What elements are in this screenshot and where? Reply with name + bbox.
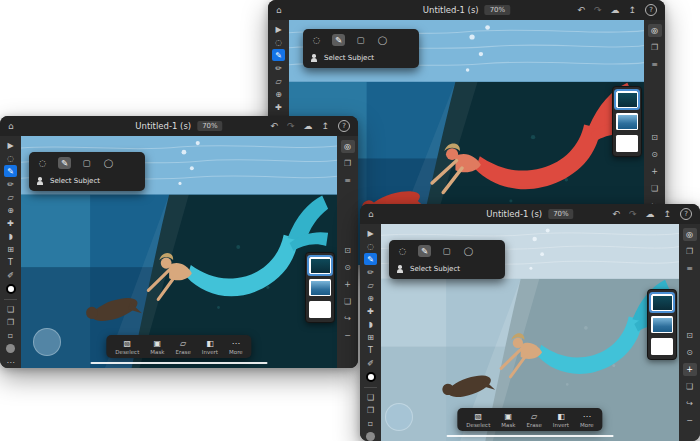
layer-thumbnail[interactable]	[651, 316, 673, 333]
ellipse-select-icon[interactable]: ◯	[376, 34, 389, 46]
lasso-tool-icon[interactable]: ◌	[364, 240, 377, 252]
touch-shortcut-button[interactable]	[385, 403, 413, 431]
foreground-color-chip[interactable]	[6, 284, 16, 294]
healing-tool-icon[interactable]: ✚	[4, 217, 17, 229]
undo-icon[interactable]: ↶	[612, 204, 620, 224]
healing-tool-icon[interactable]: ✚	[364, 305, 377, 317]
redo-icon[interactable]: ↷	[629, 204, 637, 224]
duplicate-layer-icon[interactable]: ❏	[341, 295, 355, 308]
type-tool-icon[interactable]: T	[364, 344, 377, 356]
layer-visibility-icon[interactable]: ⊙	[683, 346, 697, 359]
cloud-sync-icon[interactable]: ☁	[303, 116, 312, 136]
layer-properties-icon[interactable]: ⊡	[683, 329, 697, 342]
crop-tool-icon[interactable]: ⊞	[364, 331, 377, 343]
layers-view-icon[interactable]: ❏	[364, 391, 377, 403]
layer-thumbnail-selected[interactable]	[651, 294, 673, 311]
redo-icon[interactable]: ↷	[594, 0, 602, 20]
adjustments-icon[interactable]: ❐	[341, 157, 355, 170]
clone-tool-icon[interactable]: ⊕	[272, 88, 285, 100]
add-layer-icon[interactable]: +	[683, 363, 697, 376]
lasso-select-icon[interactable]: ◌	[36, 157, 49, 169]
home-icon[interactable]: ⌂	[276, 0, 282, 20]
home-indicator[interactable]	[447, 435, 614, 437]
share-icon[interactable]: ↥	[628, 0, 636, 20]
duplicate-view-icon[interactable]: ❐	[4, 316, 17, 328]
duplicate-layer-icon[interactable]: ❏	[648, 182, 662, 195]
brush-tool-icon[interactable]: ✏	[272, 62, 285, 74]
zoom-level-badge[interactable]: 70%	[548, 209, 574, 219]
share-icon[interactable]: ↥	[321, 116, 329, 136]
ellipse-select-icon[interactable]: ◯	[462, 245, 475, 257]
layer-thumbnail-blank[interactable]	[651, 338, 673, 355]
zoom-level-badge[interactable]: 70%	[197, 121, 223, 131]
clone-tool-icon[interactable]: ⊕	[364, 292, 377, 304]
erase-button[interactable]: ▱ Erase	[175, 339, 190, 355]
deselect-button[interactable]: ▧ Deselect	[115, 339, 139, 355]
zoom-level-badge[interactable]: 70%	[485, 5, 511, 15]
rect-select-icon[interactable]: ▢	[80, 157, 93, 169]
deselect-button[interactable]: ▧ Deselect	[466, 412, 490, 428]
lasso-select-icon[interactable]: ◌	[310, 34, 323, 46]
erase-button[interactable]: ▱ Erase	[526, 412, 541, 428]
layer-thumbnail-selected[interactable]	[616, 91, 638, 108]
ellipse-select-icon[interactable]: ◯	[102, 157, 115, 169]
layer-thumbnail[interactable]	[309, 279, 331, 296]
eraser-tool-icon[interactable]: ▱	[364, 279, 377, 291]
toolbar-more-icon[interactable]: ⋯	[4, 356, 17, 368]
select-subject-button[interactable]: Select Subject	[396, 263, 498, 273]
duplicate-layer-icon[interactable]: ❏	[683, 380, 697, 393]
clone-tool-icon[interactable]: ⊕	[4, 204, 17, 216]
lasso-tool-icon[interactable]: ◌	[272, 36, 285, 48]
home-icon[interactable]: ⌂	[8, 116, 14, 136]
send-layer-icon[interactable]: ↪	[341, 312, 355, 325]
invert-button[interactable]: ◧ Invert	[553, 412, 569, 428]
undo-icon[interactable]: ↶	[270, 116, 278, 136]
layer-properties-icon[interactable]: ⊡	[648, 131, 662, 144]
adjustments-icon[interactable]: ❐	[648, 41, 662, 54]
cloud-sync-icon[interactable]: ☁	[610, 0, 619, 20]
secondary-color-chip[interactable]	[366, 432, 375, 441]
document-canvas[interactable]: ◌ ✎ ▢ ◯ Select Subject ▧ Deselect	[21, 136, 337, 368]
layers-panel-icon[interactable]: ≡	[341, 174, 355, 187]
type-tool-icon[interactable]: T	[4, 256, 17, 268]
brush-tool-icon[interactable]: ✏	[4, 178, 17, 190]
selection-properties-icon[interactable]: ◎	[341, 140, 355, 153]
collapse-panel-icon[interactable]: −	[683, 414, 697, 427]
crop-tool-icon[interactable]: ⊞	[4, 243, 17, 255]
move-tool-icon[interactable]: ▶	[4, 139, 17, 151]
adjustments-icon[interactable]: ❐	[683, 245, 697, 258]
layers-panel-icon[interactable]: ≡	[683, 262, 697, 275]
rect-select-icon[interactable]: ▢	[440, 245, 453, 257]
cloud-sync-icon[interactable]: ☁	[645, 204, 654, 224]
share-icon[interactable]: ↥	[663, 204, 671, 224]
layers-panel-icon[interactable]: ≡	[648, 58, 662, 71]
eyedropper-tool-icon[interactable]: ◗	[4, 230, 17, 242]
layer-properties-icon[interactable]: ⊡	[341, 244, 355, 257]
lasso-tool-icon[interactable]: ◌	[4, 152, 17, 164]
brush-select-icon[interactable]: ✎	[58, 157, 71, 169]
collapse-panel-icon[interactable]: −	[341, 329, 355, 342]
undo-icon[interactable]: ↶	[577, 0, 585, 20]
help-icon[interactable]: ?	[338, 120, 350, 132]
brush-select-icon[interactable]: ✎	[418, 245, 431, 257]
layer-visibility-icon[interactable]: ⊙	[648, 148, 662, 161]
quick-select-tool-icon[interactable]: ✎	[4, 165, 17, 177]
brush-tool-icon[interactable]: ✏	[364, 266, 377, 278]
home-icon[interactable]: ⌂	[368, 204, 374, 224]
more-button[interactable]: ⋯ More	[580, 412, 594, 428]
help-icon[interactable]: ?	[680, 208, 692, 220]
layer-thumbnail[interactable]	[616, 113, 638, 130]
send-layer-icon[interactable]: ↪	[683, 397, 697, 410]
foreground-color-chip[interactable]	[366, 372, 376, 382]
select-subject-button[interactable]: Select Subject	[36, 175, 138, 185]
selection-properties-icon[interactable]: ◎	[683, 228, 697, 241]
secondary-color-chip[interactable]	[6, 344, 15, 353]
layers-view-icon[interactable]: ❏	[4, 303, 17, 315]
eraser-tool-icon[interactable]: ▱	[272, 75, 285, 87]
select-subject-button[interactable]: Select Subject	[310, 52, 412, 62]
healing-tool-icon[interactable]: ✚	[272, 101, 285, 113]
more-button[interactable]: ⋯ More	[229, 339, 243, 355]
redo-icon[interactable]: ↷	[287, 116, 295, 136]
quick-select-tool-icon[interactable]: ✎	[272, 49, 285, 61]
mask-button[interactable]: ▣ Mask	[501, 412, 515, 428]
